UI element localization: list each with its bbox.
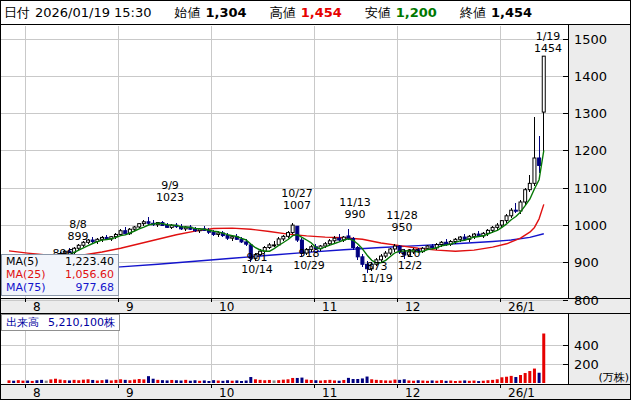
ma25-label: MA(25) — [6, 268, 46, 281]
open-label: 始値 — [175, 4, 201, 22]
svg-text:10/29: 10/29 — [293, 259, 325, 272]
svg-text:11: 11 — [322, 386, 337, 400]
svg-text:12: 12 — [405, 386, 420, 400]
svg-text:200: 200 — [574, 357, 599, 372]
high-value: 1,454 — [301, 5, 342, 20]
close-label: 終値 — [460, 4, 486, 22]
low-label: 安値 — [365, 4, 391, 22]
ma25-line — [9, 204, 544, 256]
svg-text:400: 400 — [574, 338, 599, 353]
low-value: 1,200 — [396, 5, 437, 20]
turnover-label: 出来高 — [6, 315, 39, 330]
svg-text:9: 9 — [126, 300, 134, 314]
ma5-line — [9, 151, 544, 263]
svg-text:11/19: 11/19 — [361, 272, 393, 285]
stock-chart-window: 日付 2026/01/19 15:30 始値 1,304 高値 1,454 安値… — [0, 0, 631, 400]
svg-text:12: 12 — [405, 300, 420, 314]
svg-text:1100: 1100 — [574, 181, 607, 196]
svg-text:990: 990 — [345, 208, 366, 221]
svg-text:26/1: 26/1 — [508, 386, 535, 400]
moving-average-legend: MA(5) 1,223.40 MA(25) 1,056.60 MA(75) 97… — [1, 254, 119, 296]
ma75-label: MA(75) — [6, 281, 46, 294]
volume-bars — [8, 334, 546, 383]
svg-text:1007: 1007 — [283, 199, 311, 212]
svg-text:1200: 1200 — [574, 143, 607, 158]
high-label: 高値 — [270, 4, 296, 22]
svg-text:1454: 1454 — [534, 42, 562, 55]
ma75-value: 977.68 — [76, 281, 115, 294]
ohlc-info-bar: 日付 2026/01/19 15:30 始値 1,304 高値 1,454 安値… — [1, 1, 630, 25]
svg-text:1300: 1300 — [574, 106, 607, 121]
svg-text:9: 9 — [126, 386, 134, 400]
candlestick-chart-canvas: 150014001300120011001000900800400200(万株)… — [1, 1, 631, 400]
svg-text:1023: 1023 — [156, 191, 184, 204]
svg-text:11: 11 — [322, 300, 337, 314]
ma5-label: MA(5) — [6, 255, 39, 268]
svg-text:899: 899 — [68, 230, 89, 243]
svg-text:26/1: 26/1 — [508, 300, 535, 314]
date-label: 日付 — [4, 4, 30, 22]
svg-text:10: 10 — [219, 300, 234, 314]
svg-text:900: 900 — [574, 255, 599, 270]
svg-text:8: 8 — [33, 386, 41, 400]
turnover-value: 5,210,100株 — [48, 315, 115, 330]
date-value: 2026/01/19 15:30 — [35, 5, 152, 20]
svg-text:950: 950 — [392, 221, 413, 234]
svg-text:800: 800 — [574, 293, 599, 308]
open-value: 1,304 — [206, 5, 247, 20]
svg-text:1500: 1500 — [574, 32, 607, 47]
svg-text:8: 8 — [33, 300, 41, 314]
svg-text:10: 10 — [219, 386, 234, 400]
close-value: 1,454 — [491, 5, 532, 20]
svg-text:12/2: 12/2 — [398, 259, 423, 272]
ma25-value: 1,056.60 — [65, 268, 114, 281]
svg-text:1400: 1400 — [574, 69, 607, 84]
svg-text:1000: 1000 — [574, 218, 607, 233]
svg-text:10/14: 10/14 — [241, 263, 273, 276]
turnover-badge: 出来高 5,210,100株 — [1, 314, 120, 331]
svg-text:(万株): (万株) — [598, 371, 629, 384]
ma5-value: 1,223.40 — [65, 255, 114, 268]
